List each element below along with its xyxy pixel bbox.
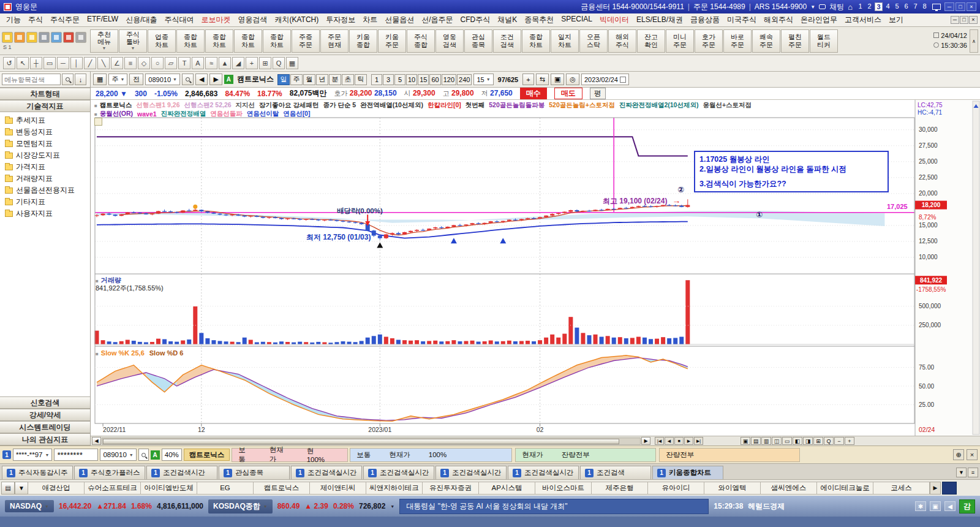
password-field[interactable] [54, 449, 98, 461]
window-control-button[interactable]: × [967, 2, 976, 11]
toolbar-button[interactable]: 종합차트 [176, 29, 205, 53]
indicator-label[interactable]: 진짜완전정배열2(10선제외) [619, 101, 699, 110]
toolbar-button[interactable]: 종합차트 [263, 29, 291, 53]
section-chart-type[interactable]: 차트형태 [0, 88, 90, 100]
quick-tool-icon[interactable] [63, 32, 74, 43]
period-button[interactable]: 틱 [355, 74, 367, 85]
screen-tab[interactable]: 1조건검색실시간 [363, 466, 434, 479]
scroll-right-button[interactable]: ▶ [641, 437, 650, 445]
indicator-label[interactable]: 웅월선+스토저점 [703, 101, 752, 110]
draw-tool-icon[interactable]: ▱ [165, 57, 177, 69]
order-option-label[interactable]: 현100% [307, 447, 348, 463]
mdi-control-button[interactable]: □ [960, 16, 968, 24]
draw-tool-icon[interactable]: ◢ [232, 57, 244, 69]
screen-number-button[interactable]: 7 [911, 2, 919, 11]
toolbar-button[interactable]: 종합차트 [234, 29, 262, 53]
indicator-label[interactable]: 첫번째 [466, 101, 485, 110]
next-stock-button[interactable]: ▶ [209, 74, 222, 85]
mdi-control-button[interactable]: ─ [951, 16, 959, 24]
screen-tab[interactable]: 1주식자동감시주 [2, 466, 73, 479]
order-option-label[interactable]: 보통 [238, 445, 270, 464]
order-option-label[interactable]: 잔량전부 [562, 450, 608, 460]
chart-layout-button[interactable]: ◨ [803, 437, 813, 445]
stochastic-pane-title[interactable]: Slow %K 25,6Slow %D 6 [96, 349, 183, 357]
menu-item[interactable]: 빅데이터 [596, 13, 633, 26]
draw-tool-icon[interactable]: ∠ [111, 57, 123, 69]
chart-layout-button[interactable]: ⊞ [813, 437, 823, 445]
screen-tab[interactable]: 1조건검색시간 [146, 466, 217, 479]
menu-item[interactable]: 캐치(KATCH) [271, 13, 322, 26]
toolbar-button[interactable]: 미니주문 [666, 29, 694, 53]
indicator-label[interactable]: 연음선돌파 [210, 110, 243, 118]
toolbar-button[interactable]: 관심종목 [464, 29, 492, 53]
chart-nav-button[interactable]: ▶| [694, 437, 703, 445]
indicator-label[interactable]: 선행스팬2 52,26 [184, 101, 232, 110]
indicator-category-item[interactable]: 모멘텀지표 [1, 138, 89, 150]
toolbar-collapse-button[interactable]: ∧ [970, 29, 978, 53]
indicator-category-item[interactable]: 추세지표 [1, 115, 89, 126]
minute-button[interactable]: 60 [429, 74, 440, 85]
draw-tool-icon[interactable]: T [178, 57, 190, 69]
order-option-label[interactable]: 현재가 [270, 445, 307, 464]
order-option-label[interactable]: 현재가 [389, 450, 429, 460]
toolbar-button[interactable]: 업종차트 [148, 29, 176, 53]
chat-icon[interactable] [819, 4, 826, 9]
indicator-label[interactable]: 진짜완전정배열 [161, 110, 206, 118]
screen-tab[interactable]: 1주식호가플러스 [74, 466, 145, 479]
stock-list-item[interactable]: AP시스템 [479, 482, 535, 495]
indicator-category-item[interactable]: 사용자지표 [1, 208, 89, 219]
stock-list-item[interactable]: 코세스 [873, 482, 930, 495]
window-control-button[interactable]: ─ [944, 2, 954, 11]
indicator-category-item[interactable]: 선물옵션전용지표 [1, 184, 89, 196]
menu-item[interactable]: 고객서비스 [841, 13, 885, 26]
monitor-icon[interactable] [932, 4, 941, 10]
section-technical-indicators[interactable]: 기술적지표 [0, 100, 90, 112]
quantity-pct-combo[interactable]: 40% [162, 449, 182, 461]
minute-button[interactable]: 1 [371, 74, 382, 85]
monitor-icon[interactable]: ▤ [1, 482, 15, 495]
chart-nav-button[interactable]: |◀ [655, 437, 664, 445]
indicator-label[interactable]: 한칼라인[0] [428, 101, 461, 110]
sidebar-section-button[interactable]: 강세/약세 [0, 409, 90, 421]
indicator-label[interactable]: 지지선 [236, 101, 255, 110]
draw-tool-icon[interactable]: ┼ [30, 57, 42, 69]
draw-tool-icon[interactable]: ╱ [84, 57, 96, 69]
stock-list-item[interactable]: 아이티엠반도체 [141, 482, 197, 495]
list-option-button[interactable] [942, 482, 957, 495]
indicator-label[interactable]: wave1 [137, 110, 157, 118]
more-stocks-button[interactable]: ▶ [930, 482, 941, 495]
draw-tool-icon[interactable]: ○ [151, 57, 164, 69]
chart-type-icon[interactable]: ▦ [93, 74, 107, 85]
indicator-label[interactable]: 520골든놀림돌파봉 [489, 101, 545, 110]
minute-button[interactable]: 10 [406, 74, 417, 85]
quick-tool-icon[interactable] [26, 32, 37, 43]
menu-item[interactable]: 선/옵주문 [418, 13, 456, 26]
screen-tab[interactable]: 1조건검색실시간 [291, 466, 362, 479]
prev-stock-button[interactable]: ◀ [195, 74, 208, 85]
draw-tool-icon[interactable]: ▦ [286, 57, 298, 69]
chart-layout-button[interactable]: ◧ [793, 437, 802, 445]
menu-item[interactable]: 투자정보 [322, 13, 359, 26]
chevron-down-icon[interactable]: ▼ [956, 468, 967, 477]
alert-icon[interactable]: ▣ [930, 501, 941, 511]
chart-layout-button[interactable]: ▭ [782, 437, 792, 445]
draw-tool-icon[interactable]: ≡ [124, 57, 137, 69]
sell-button[interactable]: 매도 [554, 88, 582, 99]
menu-item[interactable]: ETF/ELW [83, 13, 122, 26]
minute-select[interactable]: 15▼ [473, 74, 493, 85]
screen-number-button[interactable]: 2 [865, 2, 873, 11]
arrow-down-button[interactable]: ↓ [75, 74, 86, 85]
draw-tool-icon[interactable]: ↖ [17, 57, 29, 69]
market-select[interactable]: 주▼ [108, 74, 127, 85]
stock-list-item[interactable]: 애경산업 [28, 482, 85, 495]
chevron-down-icon[interactable]: ▼ [810, 4, 815, 10]
chart-note-icon[interactable] [94, 118, 102, 126]
menu-item[interactable]: CFD주식 [457, 13, 494, 26]
menu-item[interactable]: 로보마켓 [197, 13, 234, 26]
indicator-label[interactable]: 종가 단순 5 [323, 101, 356, 110]
account-combo[interactable]: ****-**97▼ [13, 449, 52, 461]
tab-list-icon[interactable]: ≡ [968, 468, 978, 477]
code-search-button[interactable] [182, 74, 194, 85]
stock-list-item[interactable]: 와이엠텍 [704, 482, 761, 495]
modify-order-segment[interactable]: 현재가잔량전부 [515, 448, 656, 462]
